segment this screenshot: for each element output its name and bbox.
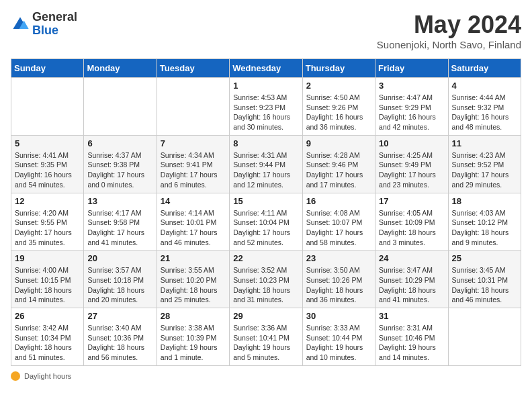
day-number: 18 xyxy=(452,196,517,206)
day-info: Sunrise: 4:28 AMSunset: 9:46 PMDaylight:… xyxy=(306,150,371,190)
title-block: May 2024 Suonenjoki, North Savo, Finland xyxy=(377,11,521,50)
day-info: Sunrise: 3:47 AMSunset: 10:29 PMDaylight… xyxy=(379,265,444,305)
calendar-cell: 9Sunrise: 4:28 AMSunset: 9:46 PMDaylight… xyxy=(302,135,375,193)
day-number: 15 xyxy=(233,196,298,206)
day-info: Sunrise: 3:45 AMSunset: 10:31 PMDaylight… xyxy=(452,265,517,305)
day-number: 2 xyxy=(306,81,371,91)
day-number: 6 xyxy=(87,138,152,148)
calendar-cell: 20Sunrise: 3:57 AMSunset: 10:18 PMDaylig… xyxy=(84,250,157,308)
calendar-cell: 19Sunrise: 4:00 AMSunset: 10:15 PMDaylig… xyxy=(11,250,84,308)
logo-general: General xyxy=(32,11,77,24)
calendar-cell: 28Sunrise: 3:38 AMSunset: 10:39 PMDaylig… xyxy=(157,308,229,366)
day-info: Sunrise: 4:23 AMSunset: 9:52 PMDaylight:… xyxy=(452,150,517,190)
logo-text: General Blue xyxy=(32,11,77,38)
day-info: Sunrise: 4:08 AMSunset: 10:07 PMDaylight… xyxy=(306,208,371,248)
header-row: SundayMondayTuesdayWednesdayThursdayFrid… xyxy=(11,59,521,78)
calendar-cell: 16Sunrise: 4:08 AMSunset: 10:07 PMDaylig… xyxy=(302,193,375,250)
day-info: Sunrise: 4:50 AMSunset: 9:26 PMDaylight:… xyxy=(306,93,371,132)
calendar-cell: 7Sunrise: 4:34 AMSunset: 9:41 PMDaylight… xyxy=(157,135,229,193)
calendar-cell: 29Sunrise: 3:36 AMSunset: 10:41 PMDaylig… xyxy=(230,308,302,366)
day-number: 31 xyxy=(379,311,444,321)
calendar-cell: 14Sunrise: 4:14 AMSunset: 10:01 PMDaylig… xyxy=(157,193,229,250)
calendar-cell: 27Sunrise: 3:40 AMSunset: 10:36 PMDaylig… xyxy=(84,308,157,366)
day-info: Sunrise: 3:36 AMSunset: 10:41 PMDaylight… xyxy=(233,323,298,363)
day-info: Sunrise: 4:34 AMSunset: 9:41 PMDaylight:… xyxy=(161,150,226,190)
logo-icon xyxy=(11,15,30,34)
day-number: 12 xyxy=(15,196,80,206)
day-number: 28 xyxy=(161,311,226,321)
header-cell: Tuesday xyxy=(157,59,229,78)
header-cell: Friday xyxy=(375,59,448,78)
calendar-cell: 30Sunrise: 3:33 AMSunset: 10:44 PMDaylig… xyxy=(302,308,375,366)
day-info: Sunrise: 3:40 AMSunset: 10:36 PMDaylight… xyxy=(87,323,152,363)
day-number: 21 xyxy=(161,253,226,263)
header-cell: Thursday xyxy=(302,59,375,78)
day-info: Sunrise: 3:50 AMSunset: 10:26 PMDaylight… xyxy=(306,265,371,305)
header-cell: Wednesday xyxy=(230,59,302,78)
header-cell: Monday xyxy=(84,59,157,78)
calendar-week-row: 5Sunrise: 4:41 AMSunset: 9:35 PMDaylight… xyxy=(11,135,521,193)
day-number: 14 xyxy=(161,196,226,206)
daylight-label: Daylight hours xyxy=(24,372,71,380)
calendar-cell: 4Sunrise: 4:44 AMSunset: 9:32 PMDaylight… xyxy=(448,78,521,136)
calendar-body: 1Sunrise: 4:53 AMSunset: 9:23 PMDaylight… xyxy=(11,78,521,366)
calendar-cell: 18Sunrise: 4:03 AMSunset: 10:12 PMDaylig… xyxy=(448,193,521,250)
calendar-week-row: 19Sunrise: 4:00 AMSunset: 10:15 PMDaylig… xyxy=(11,250,521,308)
day-info: Sunrise: 4:44 AMSunset: 9:32 PMDaylight:… xyxy=(452,93,517,132)
day-number: 26 xyxy=(15,311,80,321)
day-info: Sunrise: 3:33 AMSunset: 10:44 PMDaylight… xyxy=(306,323,371,363)
calendar-week-row: 1Sunrise: 4:53 AMSunset: 9:23 PMDaylight… xyxy=(11,78,521,136)
day-info: Sunrise: 3:57 AMSunset: 10:18 PMDaylight… xyxy=(87,265,152,305)
calendar-table: SundayMondayTuesdayWednesdayThursdayFrid… xyxy=(11,58,521,366)
day-number: 22 xyxy=(233,253,298,263)
day-number: 4 xyxy=(452,81,517,91)
day-info: Sunrise: 4:05 AMSunset: 10:09 PMDaylight… xyxy=(379,208,444,248)
calendar-cell: 6Sunrise: 4:37 AMSunset: 9:38 PMDaylight… xyxy=(84,135,157,193)
calendar-cell: 13Sunrise: 4:17 AMSunset: 9:58 PMDayligh… xyxy=(84,193,157,250)
day-info: Sunrise: 4:53 AMSunset: 9:23 PMDaylight:… xyxy=(233,93,298,132)
calendar-cell xyxy=(157,78,229,136)
day-info: Sunrise: 3:31 AMSunset: 10:46 PMDaylight… xyxy=(379,323,444,363)
calendar-cell: 12Sunrise: 4:20 AMSunset: 9:55 PMDayligh… xyxy=(11,193,84,250)
day-info: Sunrise: 3:42 AMSunset: 10:34 PMDaylight… xyxy=(15,323,80,363)
calendar-cell: 17Sunrise: 4:05 AMSunset: 10:09 PMDaylig… xyxy=(375,193,448,250)
calendar-cell: 15Sunrise: 4:11 AMSunset: 10:04 PMDaylig… xyxy=(230,193,302,250)
day-number: 3 xyxy=(379,81,444,91)
footer-note: Daylight hours xyxy=(11,371,521,381)
day-info: Sunrise: 4:14 AMSunset: 10:01 PMDaylight… xyxy=(161,208,226,248)
logo-blue: Blue xyxy=(32,24,77,38)
day-number: 19 xyxy=(15,253,80,263)
calendar-cell: 10Sunrise: 4:25 AMSunset: 9:49 PMDayligh… xyxy=(375,135,448,193)
calendar-week-row: 12Sunrise: 4:20 AMSunset: 9:55 PMDayligh… xyxy=(11,193,521,250)
day-info: Sunrise: 4:25 AMSunset: 9:49 PMDaylight:… xyxy=(379,150,444,190)
header-cell: Saturday xyxy=(448,59,521,78)
calendar-cell: 5Sunrise: 4:41 AMSunset: 9:35 PMDaylight… xyxy=(11,135,84,193)
day-number: 27 xyxy=(87,311,152,321)
calendar-cell: 31Sunrise: 3:31 AMSunset: 10:46 PMDaylig… xyxy=(375,308,448,366)
day-number: 23 xyxy=(306,253,371,263)
day-number: 13 xyxy=(87,196,152,206)
day-info: Sunrise: 4:17 AMSunset: 9:58 PMDaylight:… xyxy=(87,208,152,248)
day-info: Sunrise: 3:52 AMSunset: 10:23 PMDaylight… xyxy=(233,265,298,305)
day-info: Sunrise: 4:47 AMSunset: 9:29 PMDaylight:… xyxy=(379,93,444,132)
day-number: 29 xyxy=(233,311,298,321)
day-info: Sunrise: 4:11 AMSunset: 10:04 PMDaylight… xyxy=(233,208,298,248)
day-info: Sunrise: 4:37 AMSunset: 9:38 PMDaylight:… xyxy=(87,150,152,190)
day-number: 24 xyxy=(379,253,444,263)
day-number: 11 xyxy=(452,138,517,148)
header-cell: Sunday xyxy=(11,59,84,78)
logo: General Blue xyxy=(11,11,77,38)
calendar-cell xyxy=(448,308,521,366)
calendar-week-row: 26Sunrise: 3:42 AMSunset: 10:34 PMDaylig… xyxy=(11,308,521,366)
day-number: 1 xyxy=(233,81,298,91)
calendar-cell: 11Sunrise: 4:23 AMSunset: 9:52 PMDayligh… xyxy=(448,135,521,193)
day-info: Sunrise: 4:41 AMSunset: 9:35 PMDaylight:… xyxy=(15,150,80,190)
location-subtitle: Suonenjoki, North Savo, Finland xyxy=(377,39,521,50)
calendar-cell: 24Sunrise: 3:47 AMSunset: 10:29 PMDaylig… xyxy=(375,250,448,308)
day-number: 20 xyxy=(87,253,152,263)
calendar-cell xyxy=(84,78,157,136)
day-info: Sunrise: 3:55 AMSunset: 10:20 PMDaylight… xyxy=(161,265,226,305)
day-info: Sunrise: 4:31 AMSunset: 9:44 PMDaylight:… xyxy=(233,150,298,190)
day-info: Sunrise: 3:38 AMSunset: 10:39 PMDaylight… xyxy=(161,323,226,363)
calendar-cell: 2Sunrise: 4:50 AMSunset: 9:26 PMDaylight… xyxy=(302,78,375,136)
